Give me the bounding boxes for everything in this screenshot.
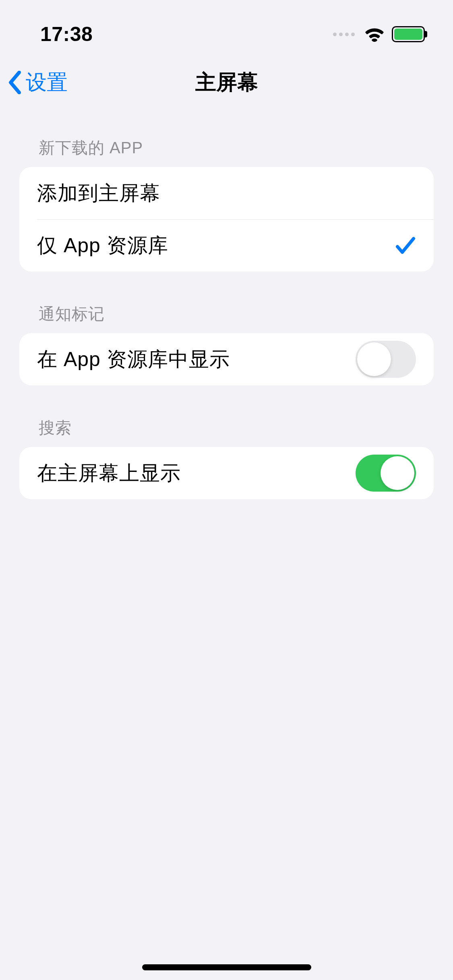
back-button[interactable]: 设置 [8, 68, 68, 97]
section-header-badges: 通知标记 [19, 272, 434, 333]
wifi-icon [364, 27, 385, 42]
row-label: 在 App 资源库中显示 [37, 346, 230, 373]
status-right [333, 26, 425, 42]
row-show-on-home: 在主屏幕上显示 [19, 447, 434, 499]
status-time: 17:38 [40, 23, 93, 46]
toggle-show-in-library[interactable] [356, 341, 416, 378]
option-label: 添加到主屏幕 [37, 180, 160, 207]
option-app-library-only[interactable]: 仅 App 资源库 [37, 219, 434, 272]
signal-dots-icon [333, 33, 355, 36]
home-indicator[interactable] [142, 964, 311, 970]
nav-bar: 设置 主屏幕 [0, 56, 453, 109]
group-search: 在主屏幕上显示 [19, 447, 434, 499]
row-label: 在主屏幕上显示 [37, 460, 181, 487]
chevron-left-icon [8, 71, 23, 94]
toggle-show-on-home[interactable] [356, 455, 416, 492]
section-header-new-apps: 新下载的 APP [19, 109, 434, 167]
group-badges: 在 App 资源库中显示 [19, 333, 434, 385]
status-bar: 17:38 [0, 0, 453, 56]
section-header-search: 搜索 [19, 385, 434, 447]
row-show-in-library: 在 App 资源库中显示 [19, 333, 434, 385]
checkmark-icon [395, 236, 416, 255]
option-add-to-home[interactable]: 添加到主屏幕 [19, 167, 434, 219]
page-title: 主屏幕 [195, 68, 258, 97]
option-label: 仅 App 资源库 [37, 232, 168, 259]
group-new-apps: 添加到主屏幕 仅 App 资源库 [19, 167, 434, 272]
battery-icon [392, 26, 425, 42]
back-label: 设置 [26, 68, 68, 97]
